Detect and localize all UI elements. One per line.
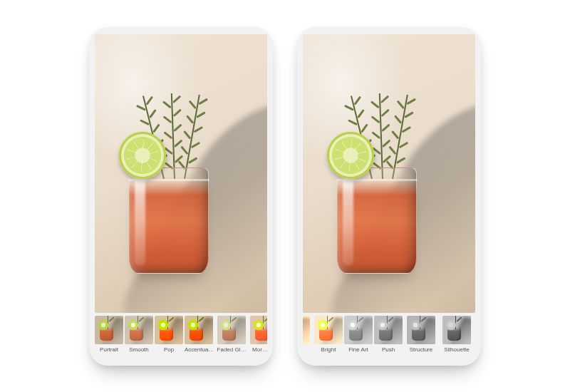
- filter-item-morning-partial[interactable]: ning: [303, 316, 313, 353]
- phone-mockup-left: Portrait Smooth Pop Accentua… Faded Gl… …: [89, 27, 273, 366]
- filter-item-pop[interactable]: Pop: [155, 316, 183, 353]
- cocktail-glass-icon: [337, 167, 416, 274]
- filter-strip[interactable]: Portrait Smooth Pop Accentua… Faded Gl… …: [95, 313, 267, 360]
- filter-label: Mor…: [250, 347, 267, 353]
- filter-item-structure[interactable]: Structure: [404, 316, 438, 353]
- filter-item-morning-partial[interactable]: Mor…: [250, 316, 267, 353]
- filter-item-portrait[interactable]: Portrait: [95, 316, 123, 353]
- filter-label: Smooth: [125, 347, 153, 353]
- filter-label: Portrait: [95, 347, 123, 353]
- filter-item-bright[interactable]: Bright: [314, 316, 343, 353]
- filter-item-accentuate[interactable]: Accentua…: [185, 316, 213, 353]
- filter-strip[interactable]: ning Bright Fine Art Push Structure Silh…: [303, 313, 475, 360]
- edited-photo-preview[interactable]: [95, 34, 267, 313]
- filter-item-silhouette[interactable]: Silhouette: [440, 316, 474, 353]
- filter-label: Pop: [155, 347, 183, 353]
- filter-label: Push: [374, 347, 403, 353]
- filter-item-faded-glow[interactable]: Faded Gl…: [214, 316, 249, 353]
- filter-item-smooth[interactable]: Smooth: [125, 316, 153, 353]
- filter-item-fine-art[interactable]: Fine Art: [344, 316, 373, 353]
- filter-label: Faded Gl…: [214, 347, 249, 353]
- filter-label: Bright: [314, 347, 343, 353]
- filter-label: Silhouette: [440, 347, 474, 353]
- filter-label: Structure: [404, 347, 438, 353]
- filter-item-push[interactable]: Push: [374, 316, 403, 353]
- filter-label: Accentua…: [185, 347, 213, 353]
- phone-mockup-right: ning Bright Fine Art Push Structure Silh…: [297, 27, 481, 366]
- filter-label: Fine Art: [344, 347, 373, 353]
- edited-photo-preview[interactable]: [303, 34, 475, 313]
- cocktail-glass-icon: [129, 167, 208, 274]
